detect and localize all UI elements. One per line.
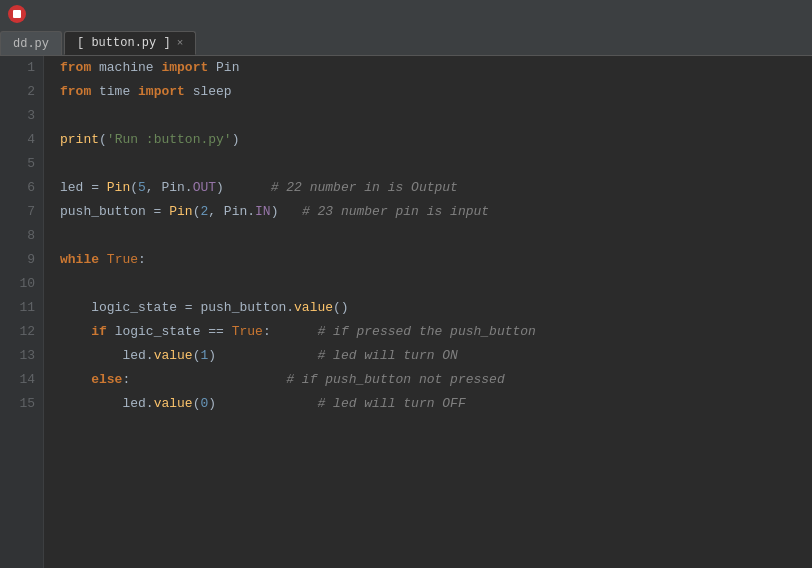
line-num-7: 7 bbox=[4, 200, 35, 224]
comment-4: # led will turn ON bbox=[317, 344, 457, 368]
fn-value-3: value bbox=[154, 392, 193, 416]
code-line-9: while True: bbox=[60, 248, 812, 272]
code-line-15: led.value(0) # led will turn OFF bbox=[60, 392, 812, 416]
comment-6: # led will turn OFF bbox=[317, 392, 465, 416]
kw-from-2: from bbox=[60, 80, 91, 104]
editor-area: 1 2 3 4 5 6 7 8 9 10 11 12 13 14 15 from… bbox=[0, 56, 812, 568]
top-bar bbox=[0, 0, 812, 28]
code-line-3 bbox=[60, 104, 812, 128]
kw-true-while: True bbox=[107, 248, 138, 272]
tab-dd-label: dd.py bbox=[13, 37, 49, 51]
line-num-5: 5 bbox=[4, 152, 35, 176]
fn-pin-2: Pin bbox=[169, 200, 192, 224]
line-num-13: 13 bbox=[4, 344, 35, 368]
line-num-6: 6 bbox=[4, 176, 35, 200]
fn-print: print bbox=[60, 128, 99, 152]
code-line-4: print('Run :button.py') bbox=[60, 128, 812, 152]
code-line-2: from time import sleep bbox=[60, 80, 812, 104]
code-line-1: from machine import Pin bbox=[60, 56, 812, 80]
kw-from-1: from bbox=[60, 56, 91, 80]
fn-pin-1: Pin bbox=[107, 176, 130, 200]
code-line-5 bbox=[60, 152, 812, 176]
line-num-10: 10 bbox=[4, 272, 35, 296]
kw-while: while bbox=[60, 248, 99, 272]
fn-value-1: value bbox=[294, 296, 333, 320]
stop-button[interactable] bbox=[8, 5, 26, 23]
fn-value-2: value bbox=[154, 344, 193, 368]
tab-dd[interactable]: dd.py bbox=[0, 31, 62, 55]
code-line-7: push_button = Pin(2, Pin.IN) # 23 number… bbox=[60, 200, 812, 224]
line-num-1: 1 bbox=[4, 56, 35, 80]
tab-button-label: [ button.py ] bbox=[77, 36, 171, 50]
line-num-15: 15 bbox=[4, 392, 35, 416]
tab-button[interactable]: [ button.py ] × bbox=[64, 31, 196, 55]
code-line-11: logic_state = push_button.value() bbox=[60, 296, 812, 320]
tab-close-icon[interactable]: × bbox=[177, 37, 184, 49]
tab-bar: dd.py [ button.py ] × bbox=[0, 28, 812, 56]
code-line-12: if logic_state == True: # if pressed the… bbox=[60, 320, 812, 344]
kw-import-1: import bbox=[161, 56, 208, 80]
line-num-11: 11 bbox=[4, 296, 35, 320]
comment-1: # 22 number in is Output bbox=[271, 176, 458, 200]
kw-else: else bbox=[91, 368, 122, 392]
line-numbers: 1 2 3 4 5 6 7 8 9 10 11 12 13 14 15 bbox=[0, 56, 44, 568]
line-num-14: 14 bbox=[4, 368, 35, 392]
kw-if: if bbox=[91, 320, 107, 344]
kw-import-2: import bbox=[138, 80, 185, 104]
line-num-12: 12 bbox=[4, 320, 35, 344]
string-1: 'Run :button.py' bbox=[107, 128, 232, 152]
comment-2: # 23 number pin is input bbox=[302, 200, 489, 224]
stop-icon bbox=[13, 10, 21, 18]
code-line-14: else: # if push_button not pressed bbox=[60, 368, 812, 392]
line-num-4: 4 bbox=[4, 128, 35, 152]
kw-true-if: True bbox=[232, 320, 263, 344]
comment-3: # if pressed the push_button bbox=[317, 320, 535, 344]
code-line-8 bbox=[60, 224, 812, 248]
comment-5: # if push_button not pressed bbox=[286, 368, 504, 392]
code-line-10 bbox=[60, 272, 812, 296]
line-num-2: 2 bbox=[4, 80, 35, 104]
line-num-8: 8 bbox=[4, 224, 35, 248]
code-line-6: led = Pin(5, Pin.OUT) # 22 number in is … bbox=[60, 176, 812, 200]
code-line-13: led.value(1) # led will turn ON bbox=[60, 344, 812, 368]
code-area[interactable]: from machine import Pin from time import… bbox=[44, 56, 812, 568]
line-num-9: 9 bbox=[4, 248, 35, 272]
line-num-3: 3 bbox=[4, 104, 35, 128]
